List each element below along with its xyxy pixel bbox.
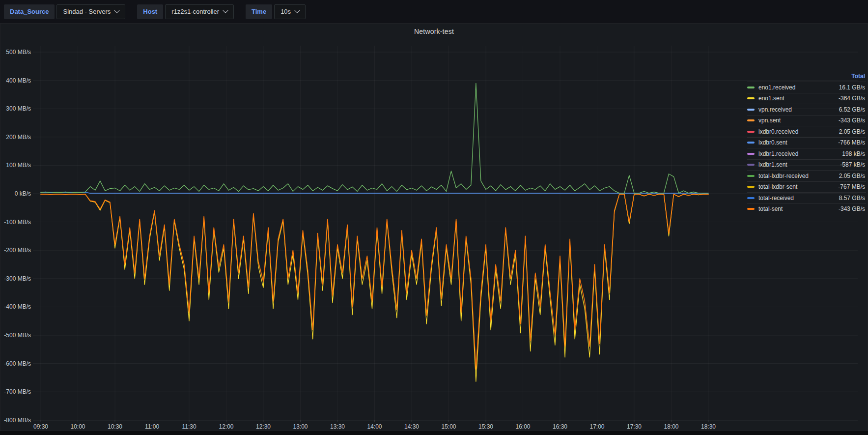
y-tick-label: -600 MB/s bbox=[4, 360, 31, 367]
series-name[interactable]: vpn.received bbox=[758, 106, 839, 113]
series-total-value: 2.05 GB/s bbox=[839, 128, 865, 135]
host-label: Host bbox=[137, 4, 163, 19]
series-total-value: -766 MB/s bbox=[838, 139, 865, 146]
dashboard-submenu-bar: Data_Source Sindad - Servers Host r1z2s1… bbox=[0, 0, 868, 23]
x-tick-label: 14:00 bbox=[367, 423, 382, 430]
series-name[interactable]: lxdbr1.received bbox=[758, 150, 842, 157]
legend-row-lxdbr0.received[interactable]: lxdbr0.received2.05 GB/s bbox=[747, 126, 866, 137]
y-tick-label: 100 MB/s bbox=[6, 162, 31, 169]
series-total-value: -364 GB/s bbox=[839, 95, 865, 102]
y-tick-label: -200 MB/s bbox=[4, 247, 31, 254]
series-total-value: 16.1 GB/s bbox=[839, 84, 865, 91]
x-tick-label: 14:30 bbox=[404, 423, 419, 430]
data-source-value: Sindad - Servers bbox=[63, 8, 111, 15]
x-tick-label: 11:00 bbox=[145, 423, 159, 430]
time-label: Time bbox=[246, 4, 272, 19]
x-tick-label: 11:30 bbox=[182, 423, 196, 430]
series-color-swatch[interactable] bbox=[747, 87, 755, 88]
series-total-value: 6.52 GB/s bbox=[839, 106, 865, 113]
x-tick-label: 16:00 bbox=[515, 423, 530, 430]
x-tick-label: 09:30 bbox=[33, 423, 48, 430]
x-tick-label: 18:00 bbox=[664, 423, 678, 430]
series-name[interactable]: eno1.received bbox=[758, 84, 839, 91]
series-total-value: -343 GB/s bbox=[839, 205, 865, 212]
host-value: r1z2s1-controller bbox=[171, 8, 219, 15]
series-name[interactable]: eno1.sent bbox=[758, 95, 839, 102]
series-name[interactable]: lxdbr1.sent bbox=[758, 161, 840, 168]
time-value: 10s bbox=[280, 8, 291, 15]
y-tick-label: -100 MB/s bbox=[4, 219, 31, 226]
y-tick-label: -400 MB/s bbox=[4, 303, 31, 310]
series-color-swatch[interactable] bbox=[747, 175, 755, 177]
legend-row-total-received[interactable]: total-received8.57 GB/s bbox=[747, 192, 866, 203]
x-tick-label: 13:00 bbox=[293, 423, 308, 430]
y-tick-label: 300 MB/s bbox=[6, 105, 31, 112]
series-color-swatch[interactable] bbox=[747, 164, 755, 166]
host-dropdown[interactable]: r1z2s1-controller bbox=[165, 4, 234, 19]
data-source-label: Data_Source bbox=[4, 4, 55, 19]
legend-row-lxdbr0.sent[interactable]: lxdbr0.sent-766 MB/s bbox=[747, 137, 866, 148]
page-bottom-gutter bbox=[0, 431, 868, 435]
y-tick-label: -800 MB/s bbox=[4, 417, 31, 424]
legend-row-lxdbr1.sent[interactable]: lxdbr1.sent-587 kB/s bbox=[747, 159, 866, 171]
x-tick-label: 16:30 bbox=[553, 423, 567, 430]
legend-row-total-lxdbr-received[interactable]: total-lxdbr-received2.05 GB/s bbox=[747, 170, 866, 181]
series-color-swatch[interactable] bbox=[747, 186, 755, 188]
y-tick-label: -300 MB/s bbox=[4, 275, 31, 282]
y-tick-label: 200 MB/s bbox=[6, 134, 31, 141]
x-tick-label: 15:00 bbox=[441, 423, 456, 430]
x-tick-label: 12:30 bbox=[256, 423, 271, 430]
series-color-swatch[interactable] bbox=[747, 197, 755, 199]
x-tick-label: 15:30 bbox=[478, 423, 493, 430]
chevron-down-icon bbox=[114, 7, 120, 13]
variable-time: Time 10s bbox=[246, 4, 306, 19]
legend-row-vpn.received[interactable]: vpn.received6.52 GB/s bbox=[747, 104, 866, 115]
x-tick-label: 13:30 bbox=[330, 423, 345, 430]
y-tick-label: -500 MB/s bbox=[4, 332, 31, 339]
series-color-swatch[interactable] bbox=[747, 109, 755, 111]
series-name[interactable]: total-lxdbr-received bbox=[758, 173, 839, 179]
series-name[interactable]: lxdbr0.sent bbox=[758, 139, 838, 146]
graph-panel: Network-test 500 MB/s400 MB/s300 MB/s200… bbox=[0, 23, 868, 431]
x-tick-label: 17:30 bbox=[627, 423, 642, 430]
legend-row-vpn.sent[interactable]: vpn.sent-343 GB/s bbox=[747, 115, 866, 126]
series-name[interactable]: total-lxdbr-sent bbox=[758, 183, 838, 190]
x-tick-label: 10:30 bbox=[108, 423, 122, 430]
series-total-value: -587 kB/s bbox=[840, 161, 865, 168]
series-name[interactable]: lxdbr0.received bbox=[758, 128, 839, 135]
chevron-down-icon bbox=[294, 7, 300, 13]
series-color-swatch[interactable] bbox=[747, 119, 755, 121]
time-series-plot-area[interactable]: 500 MB/s400 MB/s300 MB/s200 MB/s100 MB/s… bbox=[0, 24, 868, 432]
series-total-value: -767 MB/s bbox=[838, 183, 865, 190]
series-name[interactable]: total-received bbox=[758, 195, 839, 202]
legend-row-eno1.received[interactable]: eno1.received16.1 GB/s bbox=[747, 82, 866, 93]
x-tick-label: 18:30 bbox=[701, 423, 716, 430]
series-color-swatch[interactable] bbox=[747, 131, 755, 133]
x-tick-label: 17:00 bbox=[589, 423, 604, 430]
legend-row-lxdbr1.received[interactable]: lxdbr1.received198 kB/s bbox=[747, 148, 866, 159]
variable-host: Host r1z2s1-controller bbox=[137, 4, 234, 19]
y-tick-label: 400 MB/s bbox=[6, 77, 31, 84]
series-color-swatch[interactable] bbox=[747, 208, 755, 210]
series-total-value: 198 kB/s bbox=[842, 150, 865, 157]
x-tick-label: 12:00 bbox=[219, 423, 233, 430]
data-source-dropdown[interactable]: Sindad - Servers bbox=[56, 4, 125, 19]
series-total-value: 2.05 GB/s bbox=[839, 173, 865, 179]
variable-data-source: Data_Source Sindad - Servers bbox=[4, 4, 125, 19]
legend-row-eno1.sent[interactable]: eno1.sent-364 GB/s bbox=[747, 93, 866, 104]
y-tick-label: -700 MB/s bbox=[4, 388, 31, 395]
time-dropdown[interactable]: 10s bbox=[274, 4, 306, 19]
grafana-dashboard: { "toolbar": { "data_source": {"label": … bbox=[0, 0, 868, 435]
legend-row-total-sent[interactable]: total-sent-343 GB/s bbox=[747, 203, 866, 215]
series-color-swatch[interactable] bbox=[747, 97, 755, 99]
legend-total-sort-header[interactable]: Total bbox=[851, 73, 865, 80]
series-name[interactable]: vpn.sent bbox=[758, 117, 839, 124]
series-color-swatch[interactable] bbox=[747, 142, 755, 144]
series-total-value: -343 GB/s bbox=[839, 117, 865, 124]
x-tick-label: 10:00 bbox=[70, 423, 85, 430]
series-total-value: 8.57 GB/s bbox=[839, 195, 865, 202]
series-color-swatch[interactable] bbox=[747, 153, 755, 155]
legend-row-total-lxdbr-sent[interactable]: total-lxdbr-sent-767 MB/s bbox=[747, 181, 866, 193]
series-name[interactable]: total-sent bbox=[758, 205, 839, 212]
y-tick-label: 0 kB/s bbox=[15, 190, 31, 197]
